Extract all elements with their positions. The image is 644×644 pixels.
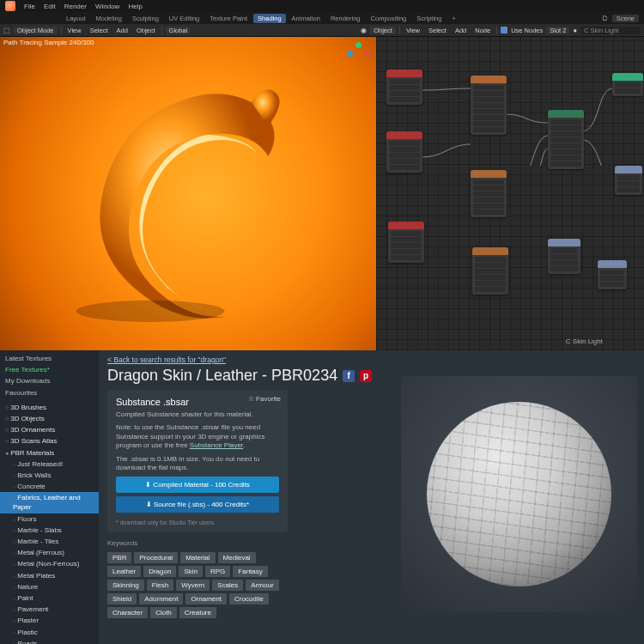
vp-add[interactable]: Add — [114, 27, 131, 34]
keyword-tag[interactable]: Character — [107, 607, 148, 618]
sidebar-sub-item[interactable]: Just Released! — [0, 459, 99, 470]
keyword-tag[interactable]: Flesh — [147, 580, 174, 591]
sidebar-sub-item[interactable]: Brick Walls — [0, 470, 99, 481]
tab-uvediting[interactable]: UV Editing — [165, 14, 204, 23]
sidebar-sub-item[interactable]: Plastic — [0, 627, 99, 638]
shader-node[interactable]: ​ — [548, 239, 580, 274]
keyword-tag[interactable]: Skinning — [107, 580, 144, 591]
substance-player-link[interactable]: Substance Player — [190, 441, 243, 449]
keyword-tag[interactable]: Creature — [179, 607, 216, 618]
tab-animation[interactable]: Animation — [288, 14, 325, 23]
shader-node[interactable]: ​ — [472, 247, 508, 295]
menu-render[interactable]: Render — [64, 3, 87, 10]
shader-node[interactable]: ​ — [615, 166, 642, 195]
keyword-tag[interactable]: Scales — [212, 580, 243, 591]
sidebar-top-item[interactable]: Latest Textures — [0, 353, 99, 364]
keyword-tag[interactable]: Ornament — [185, 593, 227, 605]
sidebar-sub-item[interactable]: Metal (Non-Ferrous) — [0, 558, 99, 569]
keyword-tag[interactable]: Procedural — [134, 552, 178, 563]
sidebar-sub-item[interactable]: Concrete — [0, 481, 99, 492]
pinterest-icon[interactable]: p — [360, 370, 372, 382]
shader-node[interactable]: ​ — [388, 222, 424, 263]
shader-node[interactable]: ​ — [598, 260, 627, 289]
tab-compositing[interactable]: Compositing — [367, 14, 411, 23]
sidebar-top-item[interactable]: Free Textures* — [0, 364, 99, 375]
sidebar-sub-item[interactable]: Pavement — [0, 604, 99, 615]
shader-node[interactable]: ​ — [386, 70, 422, 105]
tab-rendering[interactable]: Rendering — [326, 14, 365, 23]
keyword-tag[interactable]: Crocodile — [229, 593, 269, 605]
sidebar-top-item[interactable]: Favourites — [0, 387, 99, 398]
sidebar-sub-item[interactable]: Marble - Tiles — [0, 536, 99, 547]
keyword-tag[interactable]: RPG — [205, 566, 230, 577]
shader-node[interactable]: ​ — [386, 131, 422, 173]
sidebar-cat[interactable]: 3D Objects — [0, 413, 99, 424]
editor-type-icon[interactable]: ⬚ — [3, 27, 10, 34]
sidebar-cat[interactable]: 3D Scans Atlas — [0, 435, 99, 447]
favorite-button[interactable]: ☆ Favorite — [248, 395, 281, 403]
tab-layout[interactable]: Layout — [62, 14, 90, 23]
material-preview[interactable] — [401, 376, 637, 612]
download-compiled-button[interactable]: Compiled Material - 100 Credits — [116, 477, 279, 493]
orientation-dropdown[interactable]: Global — [166, 27, 191, 34]
ne-view[interactable]: View — [404, 27, 422, 34]
sidebar-sub-item[interactable]: Plaster — [0, 615, 99, 626]
keyword-tag[interactable]: PBR — [107, 552, 131, 563]
ne-add[interactable]: Add — [453, 27, 469, 34]
shader-node[interactable]: ​ — [471, 170, 507, 217]
node-editor-icon[interactable]: ◉ — [361, 27, 367, 34]
vp-select[interactable]: Select — [88, 27, 111, 34]
sidebar-sub-item[interactable]: Fabrics, Leather and Paper — [0, 492, 99, 513]
tab-scripting[interactable]: Scripting — [412, 14, 446, 23]
sidebar-sub-item[interactable]: Roads — [0, 638, 99, 644]
menu-file[interactable]: File — [24, 3, 35, 10]
tab-sculpting[interactable]: Sculpting — [128, 14, 163, 23]
node-object[interactable]: Object — [370, 27, 396, 34]
shader-node[interactable]: ​ — [548, 110, 584, 169]
material-name[interactable]: C Skin Light — [580, 27, 641, 34]
ne-node[interactable]: Node — [472, 27, 493, 34]
vp-view[interactable]: View — [65, 27, 84, 34]
keyword-tag[interactable]: Wyvern — [176, 580, 210, 591]
sidebar-top-item[interactable]: My Downloads — [0, 375, 99, 386]
keyword-tag[interactable]: Medieval — [218, 552, 256, 563]
tab-shading[interactable]: Shading — [253, 14, 286, 23]
axis-gizmo[interactable] — [347, 42, 371, 66]
shader-node[interactable]: ​ — [471, 76, 507, 135]
sidebar-cat[interactable]: 3D Brushes — [0, 402, 99, 413]
menu-window[interactable]: Window — [95, 3, 119, 10]
tab-modeling[interactable]: Modeling — [92, 14, 126, 23]
shader-node[interactable]: ​ — [612, 73, 643, 96]
mode-dropdown[interactable]: Object Mode — [14, 27, 58, 34]
node-editor[interactable]: ​ ​ ​ ​ ​ ​ ​ ​ ​ ​ ​ C Skin Light — [376, 37, 644, 350]
sidebar-sub-item[interactable]: Floors — [0, 513, 99, 525]
vp-object[interactable]: Object — [134, 27, 158, 34]
keyword-tag[interactable]: Material — [180, 552, 215, 563]
sidebar-cat-pbr[interactable]: PBR Materials — [0, 447, 99, 459]
tab-add[interactable]: + — [447, 14, 459, 23]
sidebar-sub-item[interactable]: Paint — [0, 592, 99, 604]
sidebar-sub-item[interactable]: Marble - Slabs — [0, 525, 99, 536]
ne-select[interactable]: Select — [426, 27, 449, 34]
sidebar-cat[interactable]: 3D Ornaments — [0, 424, 99, 435]
slot-dropdown[interactable]: Slot 2 — [546, 27, 569, 34]
tab-texturepaint[interactable]: Texture Paint — [205, 14, 252, 23]
sidebar-sub-item[interactable]: Metal Plates — [0, 570, 99, 581]
use-nodes-checkbox[interactable] — [501, 27, 507, 33]
sidebar-sub-item[interactable]: Metal (Ferrous) — [0, 547, 99, 558]
menu-edit[interactable]: Edit — [44, 3, 56, 10]
facebook-icon[interactable]: f — [343, 370, 355, 382]
menu-help[interactable]: Help — [128, 3, 142, 10]
download-source-button[interactable]: Source file (.sbs) - 400 Credits* — [116, 496, 279, 513]
keyword-tag[interactable]: Leather — [107, 566, 141, 577]
keyword-tag[interactable]: Fantasy — [233, 566, 267, 577]
keyword-tag[interactable]: Shield — [107, 593, 137, 605]
keyword-tag[interactable]: Dragon — [143, 566, 176, 577]
keyword-tag[interactable]: Adornment — [139, 593, 183, 605]
sidebar-sub-item[interactable]: Nature — [0, 581, 99, 592]
viewport-3d[interactable]: Path Tracing Sample 240/300 — [0, 37, 376, 350]
keyword-tag[interactable]: Skin — [179, 566, 203, 577]
scene-name[interactable]: Scene — [612, 15, 639, 22]
back-link[interactable]: < Back to search results for "dragon" — [107, 355, 635, 364]
keyword-tag[interactable]: Armour — [246, 580, 278, 591]
